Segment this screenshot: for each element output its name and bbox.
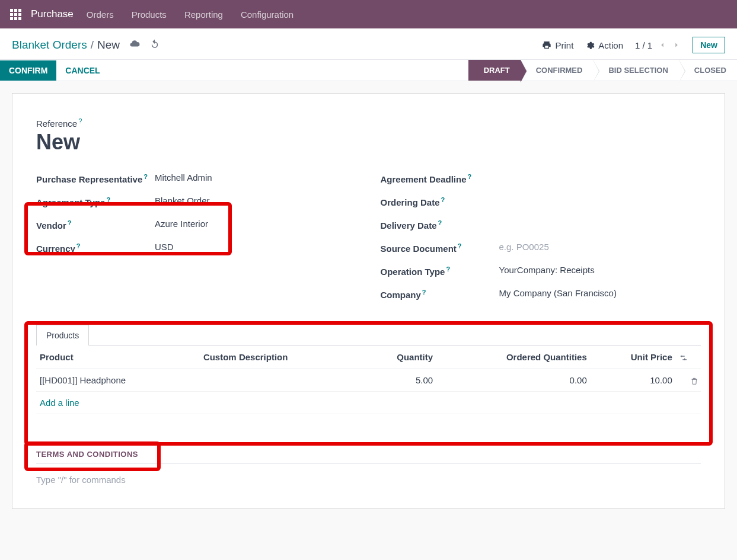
breadcrumb-link[interactable]: Blanket Orders xyxy=(12,39,87,52)
print-icon xyxy=(542,40,551,50)
tabs: Products Product Custom Description Quan… xyxy=(36,324,701,414)
apps-icon[interactable] xyxy=(5,4,26,25)
app-brand[interactable]: Purchase xyxy=(31,8,74,20)
col-extras[interactable] xyxy=(676,345,701,369)
content-area: Reference? New Purchase Representative? … xyxy=(0,81,737,521)
vendor-label: Vendor? xyxy=(36,219,155,232)
svg-point-1 xyxy=(684,359,685,360)
help-icon[interactable]: ? xyxy=(422,289,426,296)
ordering-label: Ordering Date? xyxy=(381,196,499,209)
status-confirmed[interactable]: CONFIRMED xyxy=(521,60,594,81)
terms-input[interactable]: Type "/" for commands xyxy=(36,475,701,485)
new-button[interactable]: New xyxy=(693,37,725,53)
print-button[interactable]: Print xyxy=(542,40,573,50)
add-line-button[interactable]: Add a line xyxy=(36,391,701,414)
status-draft[interactable]: DRAFT xyxy=(468,60,521,81)
currency-label: Currency? xyxy=(36,242,155,255)
cell-delete[interactable] xyxy=(676,369,701,391)
pager: 1 / 1 xyxy=(635,40,681,50)
breadcrumb: Blanket Orders / New xyxy=(12,39,160,52)
svg-point-0 xyxy=(681,356,682,357)
help-icon[interactable]: ? xyxy=(468,173,472,180)
status-bid-selection[interactable]: BID SELECTION xyxy=(593,60,678,81)
products-tab-content: Product Custom Description Quantity Orde… xyxy=(36,345,701,414)
nav-products[interactable]: Products xyxy=(132,9,167,20)
agreement-type-value[interactable]: Blanket Order xyxy=(155,196,210,206)
help-icon[interactable]: ? xyxy=(438,219,442,226)
source-input[interactable]: e.g. PO0025 xyxy=(499,242,549,252)
help-icon[interactable]: ? xyxy=(441,196,445,203)
status-closed[interactable]: CLOSED xyxy=(679,60,737,81)
discard-icon[interactable] xyxy=(149,39,160,52)
top-nav: Purchase Orders Products Reporting Confi… xyxy=(0,0,737,28)
cloud-save-icon[interactable] xyxy=(129,39,140,52)
cancel-button[interactable]: CANCEL xyxy=(56,60,109,81)
products-table: Product Custom Description Quantity Orde… xyxy=(36,345,701,414)
breadcrumb-sep: / xyxy=(91,39,94,52)
nav-configuration[interactable]: Configuration xyxy=(241,9,293,20)
adjust-icon[interactable] xyxy=(679,354,688,362)
help-icon[interactable]: ? xyxy=(106,196,110,203)
help-icon[interactable]: ? xyxy=(143,173,148,180)
reference-section: Reference? New xyxy=(36,117,701,155)
help-icon[interactable]: ? xyxy=(78,117,82,124)
gear-icon xyxy=(585,40,595,50)
help-icon[interactable]: ? xyxy=(458,242,462,249)
action-label: Action xyxy=(598,40,623,50)
help-icon[interactable]: ? xyxy=(76,242,81,249)
terms-divider xyxy=(36,463,701,464)
chevron-right-icon[interactable] xyxy=(672,41,681,49)
action-bar: CONFIRM CANCEL DRAFT CONFIRMED BID SELEC… xyxy=(0,60,737,81)
table-row[interactable]: [[HD001]] Headphone 5.00 0.00 10.00 xyxy=(36,369,701,391)
col-ordered[interactable]: Ordered Quantities xyxy=(436,345,591,369)
reference-label: Reference xyxy=(36,119,77,129)
help-icon[interactable]: ? xyxy=(446,265,450,273)
nav-orders[interactable]: Orders xyxy=(87,9,114,20)
form-sheet: Reference? New Purchase Representative? … xyxy=(12,93,725,509)
company-value[interactable]: My Company (San Francisco) xyxy=(499,288,617,298)
pager-text: 1 / 1 xyxy=(635,40,652,50)
operation-value[interactable]: YourCompany: Receipts xyxy=(499,265,595,275)
operation-label: Operation Type? xyxy=(381,265,499,278)
rep-label: Purchase Representative? xyxy=(36,172,155,185)
action-button[interactable]: Action xyxy=(585,40,623,50)
left-column: Purchase Representative? Mitchell Admin … xyxy=(36,172,357,311)
terms-section: TERMS AND CONDITIONS Type "/" for comman… xyxy=(36,450,701,485)
cell-price[interactable]: 10.00 xyxy=(591,369,676,391)
terms-title: TERMS AND CONDITIONS xyxy=(36,450,701,463)
currency-value[interactable]: USD xyxy=(155,242,174,252)
rep-value[interactable]: Mitchell Admin xyxy=(155,172,212,183)
nav-reporting[interactable]: Reporting xyxy=(184,9,223,20)
col-qty[interactable]: Quantity xyxy=(360,345,436,369)
subheader-right: Print Action 1 / 1 New xyxy=(542,37,725,53)
cell-product[interactable]: [[HD001]] Headphone xyxy=(36,369,200,391)
col-desc[interactable]: Custom Description xyxy=(200,345,360,369)
cell-desc[interactable] xyxy=(200,369,360,391)
status-bar: DRAFT CONFIRMED BID SELECTION CLOSED xyxy=(468,60,737,81)
page-title: New xyxy=(36,130,701,155)
company-label: Company? xyxy=(381,288,499,301)
trash-icon[interactable] xyxy=(690,377,698,385)
print-label: Print xyxy=(555,40,573,50)
source-label: Source Document? xyxy=(381,242,499,255)
col-price[interactable]: Unit Price xyxy=(591,345,676,369)
confirm-button[interactable]: CONFIRM xyxy=(0,60,56,81)
subheader: Blanket Orders / New Print Action 1 / 1 … xyxy=(0,28,737,60)
chevron-left-icon[interactable] xyxy=(658,41,666,49)
col-product[interactable]: Product xyxy=(36,345,200,369)
breadcrumb-current: New xyxy=(97,39,120,52)
tab-products[interactable]: Products xyxy=(36,325,89,345)
cell-ordered[interactable]: 0.00 xyxy=(436,369,591,391)
help-icon[interactable]: ? xyxy=(68,219,72,226)
deadline-label: Agreement Deadline? xyxy=(381,172,499,185)
delivery-label: Delivery Date? xyxy=(381,219,499,232)
cell-qty[interactable]: 5.00 xyxy=(360,369,436,391)
right-column: Agreement Deadline? Ordering Date? Deliv… xyxy=(381,172,701,311)
agreement-type-label: Agreement Type? xyxy=(36,196,155,209)
vendor-value[interactable]: Azure Interior xyxy=(155,219,208,229)
